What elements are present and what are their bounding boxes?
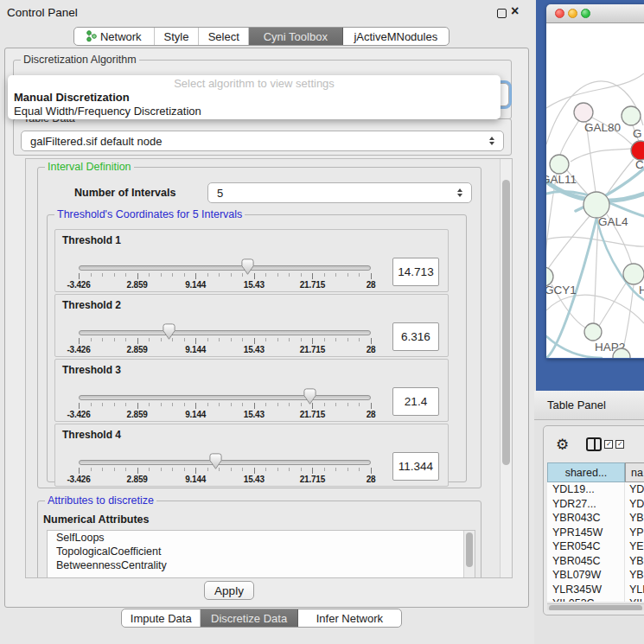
- table-cell-shared-name[interactable]: YDR27...: [547, 497, 625, 512]
- apply-button[interactable]: Apply: [204, 581, 254, 600]
- tab-style[interactable]: Style: [155, 28, 200, 45]
- threshold-slider-thumb[interactable]: [241, 258, 254, 275]
- tick-mark: [161, 468, 162, 471]
- table-cell-name[interactable]: YIL0: [625, 596, 644, 602]
- tab-network[interactable]: Network: [74, 28, 155, 45]
- list-scrollbar[interactable]: [463, 531, 475, 578]
- table-row[interactable]: YBR043CYBR0: [547, 511, 644, 526]
- minimize-traffic-light-icon[interactable]: [568, 9, 577, 18]
- table-cell-shared-name[interactable]: YPR145W: [547, 526, 625, 540]
- vertical-scrollbar[interactable]: [500, 159, 512, 577]
- tab-impute-data[interactable]: Impute Data: [122, 609, 201, 627]
- numerical-attribute-item[interactable]: BetweennessCentrality: [48, 558, 475, 572]
- table-row[interactable]: YDL19...YDL1: [547, 482, 644, 497]
- network-node-gal11[interactable]: [550, 155, 569, 174]
- tab-infer-network[interactable]: Infer Network: [298, 609, 401, 627]
- tick-mark: [91, 338, 92, 341]
- float-window-icon[interactable]: [497, 9, 507, 18]
- table-cell-name[interactable]: YDL1: [625, 482, 644, 497]
- number-of-intervals-spinner[interactable]: 5: [207, 182, 472, 203]
- settings-gear-icon[interactable]: ⚙: [556, 437, 569, 452]
- table-cell-shared-name[interactable]: YDL19...: [547, 482, 625, 497]
- tick-mark: [137, 273, 138, 279]
- tab-select[interactable]: Select: [199, 28, 249, 45]
- table-cell-shared-name[interactable]: YIL053C: [547, 596, 625, 602]
- threshold-slider-track[interactable]: [79, 265, 371, 271]
- scrollbar-thumb[interactable]: [502, 180, 510, 465]
- tab-cyni-toolbox[interactable]: Cyni Toolbox: [249, 28, 343, 45]
- network-node-h[interactable]: [623, 264, 644, 284]
- table-data-combobox[interactable]: galFiltered.sif default node: [21, 131, 504, 151]
- number-of-intervals-value: 5: [208, 187, 454, 200]
- table-row[interactable]: YBL079WYBL0: [547, 568, 644, 583]
- tab-jactivemnodules[interactable]: jActiveMNodules: [343, 28, 449, 45]
- table-cell-shared-name[interactable]: YER054C: [547, 539, 625, 554]
- table-cell-name[interactable]: YBL0: [625, 568, 644, 583]
- tick-mark: [301, 338, 302, 341]
- table-cell-name[interactable]: YBR0: [625, 511, 644, 526]
- table-cell-shared-name[interactable]: YBL079W: [547, 568, 625, 583]
- threshold-slider-thumb[interactable]: [163, 323, 175, 340]
- column-header-name[interactable]: na: [625, 462, 644, 482]
- tick-mark: [161, 403, 162, 406]
- table-cell-name[interactable]: YER0: [625, 539, 644, 554]
- zoom-traffic-light-icon[interactable]: [581, 9, 590, 18]
- checkbox-icon[interactable]: ✓: [604, 440, 613, 449]
- network-node-hap2[interactable]: [584, 323, 602, 341]
- tick-mark: [207, 338, 208, 341]
- table-cell-shared-name[interactable]: YBR045C: [547, 554, 625, 569]
- threshold-slider-track[interactable]: [79, 395, 371, 400]
- table-row[interactable]: YPR145WYPR1: [547, 526, 644, 540]
- tick-mark: [324, 338, 325, 341]
- horizontal-scrollbar[interactable]: [547, 603, 644, 610]
- table-cell-name[interactable]: YDR2: [625, 497, 644, 512]
- network-window-titlebar[interactable]: [546, 4, 644, 23]
- table-cell-name[interactable]: YBR0: [625, 554, 644, 569]
- table-row[interactable]: YDR27...YDR2: [547, 497, 644, 512]
- table-cell-name[interactable]: YLR3: [625, 583, 644, 597]
- tick-mark: [137, 338, 138, 344]
- table-cell-name[interactable]: YPR1: [625, 526, 644, 540]
- tick-label: 21.715: [300, 475, 325, 484]
- table-row[interactable]: YER054CYER0: [547, 539, 644, 554]
- threshold-slider-thumb[interactable]: [209, 453, 222, 469]
- numerical-attribute-item[interactable]: SelfLoops: [48, 531, 475, 545]
- table-row[interactable]: YBR045CYBR0: [547, 554, 644, 569]
- split-columns-icon[interactable]: [586, 437, 602, 451]
- tick-label: 28: [367, 345, 376, 354]
- tick-label: 2.859: [127, 410, 148, 419]
- tick-mark: [277, 338, 278, 341]
- table-cell-shared-name[interactable]: YLR345W: [547, 583, 625, 597]
- threshold-value-input[interactable]: 11.344: [392, 452, 439, 481]
- numerical-attribute-item[interactable]: TopologicalCoefficient: [48, 545, 475, 558]
- column-header-shared-name[interactable]: shared...: [547, 462, 625, 482]
- network-canvas[interactable]: GAL80GCGAL11GAL4GCY1HHAP2: [546, 23, 644, 358]
- dropdown-option-equal-width[interactable]: Equal Width/Frequency Discretization: [8, 105, 501, 118]
- slider-tick-labels: -3.4262.8599.14415.4321.71528: [79, 410, 371, 419]
- close-icon[interactable]: ×: [511, 3, 519, 19]
- network-node-gal4[interactable]: [583, 192, 609, 218]
- table-cell-shared-name[interactable]: YBR043C: [547, 511, 625, 526]
- table-row[interactable]: YLR345WYLR3: [547, 583, 644, 597]
- tick-mark: [125, 338, 126, 341]
- network-node-c[interactable]: [631, 141, 644, 160]
- table-row[interactable]: YIL053CYIL0: [547, 596, 644, 602]
- threshold-value-input[interactable]: 14.713: [392, 258, 439, 286]
- tick-mark: [301, 273, 302, 277]
- threshold-value-input[interactable]: 21.4: [392, 387, 439, 416]
- tick-mark: [149, 338, 150, 341]
- network-node-g[interactable]: [622, 106, 641, 125]
- network-node-gal80[interactable]: [574, 103, 593, 122]
- tick-mark: [114, 403, 115, 406]
- settings-scroll-area: Interval Definition Number of Intervals …: [25, 158, 513, 578]
- threshold-slider-track[interactable]: [79, 330, 371, 335]
- checkbox-icon[interactable]: ✓: [615, 440, 624, 449]
- threshold-value-input[interactable]: 6.316: [392, 322, 439, 351]
- close-traffic-light-icon[interactable]: [555, 9, 564, 18]
- threshold-slider-thumb[interactable]: [303, 388, 316, 405]
- threshold-slider-track[interactable]: [79, 460, 371, 465]
- slider-tick-labels: -3.4262.8599.14415.4321.71528: [79, 280, 371, 290]
- scrollbar-thumb[interactable]: [549, 605, 642, 610]
- dropdown-option-manual[interactable]: Manual Discretization: [8, 91, 501, 105]
- tab-discretize-data[interactable]: Discretize Data: [201, 609, 297, 627]
